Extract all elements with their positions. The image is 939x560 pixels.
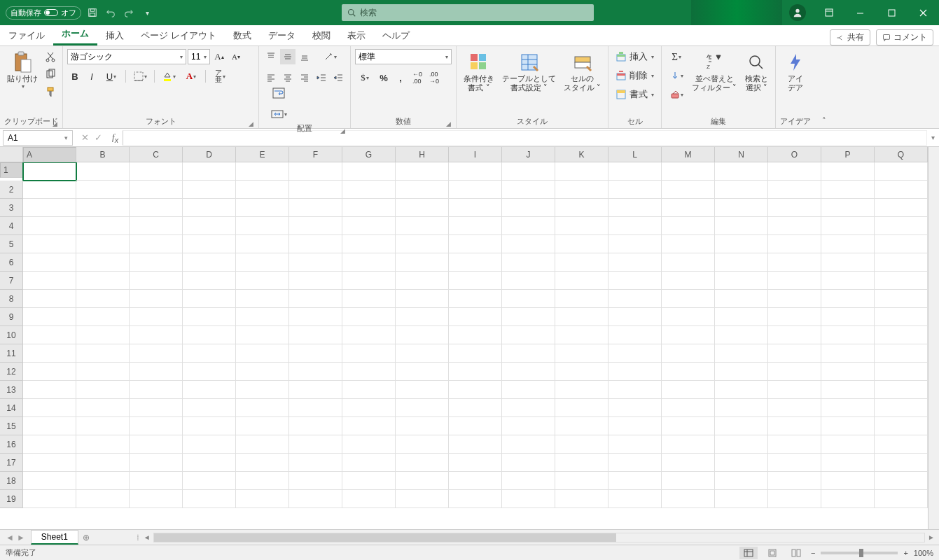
cell[interactable] bbox=[130, 326, 183, 344]
cell[interactable] bbox=[396, 454, 449, 472]
cell[interactable] bbox=[130, 417, 183, 435]
cell[interactable] bbox=[715, 399, 768, 417]
cell[interactable] bbox=[449, 308, 502, 326]
cell[interactable] bbox=[608, 308, 662, 326]
cell[interactable] bbox=[555, 381, 608, 399]
cell[interactable] bbox=[662, 435, 715, 454]
cell[interactable] bbox=[502, 472, 555, 490]
cell[interactable] bbox=[396, 217, 449, 235]
cell[interactable] bbox=[23, 308, 76, 326]
cell[interactable] bbox=[875, 381, 928, 399]
cell[interactable] bbox=[76, 162, 130, 181]
cell[interactable] bbox=[715, 363, 768, 381]
cell[interactable] bbox=[449, 363, 502, 381]
cell[interactable] bbox=[662, 326, 715, 344]
cell[interactable] bbox=[342, 253, 396, 272]
cell[interactable] bbox=[183, 253, 236, 272]
cell[interactable] bbox=[396, 399, 449, 417]
format-painter-icon[interactable] bbox=[43, 84, 58, 99]
cell[interactable] bbox=[768, 472, 821, 490]
comments-button[interactable]: コメント bbox=[876, 29, 933, 46]
cell[interactable] bbox=[875, 399, 928, 417]
cell[interactable] bbox=[875, 235, 928, 253]
cell[interactable] bbox=[23, 490, 76, 508]
format-as-table-button[interactable]: テーブルとして 書式設定 ˅ bbox=[499, 49, 559, 94]
zoom-out-button[interactable]: − bbox=[811, 549, 815, 557]
cell[interactable] bbox=[875, 253, 928, 272]
cell[interactable] bbox=[342, 308, 396, 326]
cell[interactable] bbox=[768, 417, 821, 435]
cell[interactable] bbox=[23, 472, 76, 490]
cell[interactable] bbox=[396, 290, 449, 308]
minimize-button[interactable] bbox=[844, 0, 876, 25]
cell[interactable] bbox=[396, 199, 449, 217]
cell[interactable] bbox=[183, 272, 236, 290]
cell[interactable] bbox=[130, 308, 183, 326]
cell[interactable] bbox=[183, 454, 236, 472]
column-header[interactable]: B bbox=[76, 147, 130, 162]
row-header[interactable]: 10 bbox=[0, 326, 23, 344]
cell[interactable] bbox=[396, 490, 449, 508]
cell[interactable] bbox=[608, 363, 662, 381]
ideas-button[interactable]: アイ デア bbox=[780, 49, 811, 94]
cell[interactable] bbox=[130, 472, 183, 490]
cell[interactable] bbox=[449, 217, 502, 235]
row-header[interactable]: 2 bbox=[0, 181, 23, 199]
increase-indent-icon[interactable] bbox=[331, 70, 346, 85]
column-header[interactable]: C bbox=[130, 147, 183, 162]
cancel-formula-icon[interactable]: ✕ bbox=[81, 132, 89, 143]
align-right-icon[interactable] bbox=[297, 70, 312, 85]
zoom-level[interactable]: 100% bbox=[914, 549, 933, 557]
cell[interactable] bbox=[236, 181, 289, 199]
cell[interactable] bbox=[555, 290, 608, 308]
cell[interactable] bbox=[289, 253, 342, 272]
cell[interactable] bbox=[715, 235, 768, 253]
row-header[interactable]: 12 bbox=[0, 363, 23, 381]
row-header[interactable]: 17 bbox=[0, 454, 23, 472]
cell[interactable] bbox=[236, 344, 289, 363]
cell[interactable] bbox=[555, 217, 608, 235]
cell[interactable] bbox=[130, 363, 183, 381]
cell[interactable] bbox=[555, 344, 608, 363]
cell[interactable] bbox=[183, 472, 236, 490]
tab-insert[interactable]: 挿入 bbox=[97, 25, 132, 46]
cell[interactable] bbox=[502, 454, 555, 472]
undo-icon[interactable] bbox=[104, 6, 118, 20]
paste-button[interactable]: 貼り付け▾ bbox=[4, 49, 41, 92]
cell[interactable] bbox=[502, 308, 555, 326]
cell[interactable] bbox=[396, 326, 449, 344]
cell[interactable] bbox=[449, 272, 502, 290]
cell[interactable] bbox=[183, 235, 236, 253]
cell[interactable] bbox=[608, 199, 662, 217]
cell[interactable] bbox=[555, 399, 608, 417]
cell[interactable] bbox=[662, 472, 715, 490]
cell[interactable] bbox=[342, 399, 396, 417]
cell[interactable] bbox=[130, 217, 183, 235]
cell[interactable] bbox=[502, 253, 555, 272]
align-center-icon[interactable] bbox=[280, 70, 295, 85]
cell[interactable] bbox=[342, 199, 396, 217]
accounting-button[interactable]: $▾ bbox=[355, 70, 375, 85]
column-header[interactable]: K bbox=[555, 147, 608, 162]
cell[interactable] bbox=[183, 417, 236, 435]
cell[interactable] bbox=[555, 435, 608, 454]
font-color-button[interactable]: A▾ bbox=[181, 69, 202, 84]
cell[interactable] bbox=[715, 181, 768, 199]
cell[interactable] bbox=[23, 399, 76, 417]
column-header[interactable]: J bbox=[502, 147, 555, 162]
cell[interactable] bbox=[768, 326, 821, 344]
cell[interactable] bbox=[875, 217, 928, 235]
cell[interactable] bbox=[342, 217, 396, 235]
cell[interactable] bbox=[342, 363, 396, 381]
row-header[interactable]: 15 bbox=[0, 417, 23, 435]
cell[interactable] bbox=[396, 272, 449, 290]
cell[interactable] bbox=[76, 272, 130, 290]
column-header[interactable]: M bbox=[662, 147, 715, 162]
cell[interactable] bbox=[821, 381, 875, 399]
dialog-launcher-icon[interactable]: ◢ bbox=[340, 127, 345, 134]
tab-review[interactable]: 校閲 bbox=[304, 25, 339, 46]
cell[interactable] bbox=[449, 235, 502, 253]
column-header[interactable]: O bbox=[768, 147, 821, 162]
row-header[interactable]: 7 bbox=[0, 272, 23, 290]
cell[interactable] bbox=[502, 272, 555, 290]
